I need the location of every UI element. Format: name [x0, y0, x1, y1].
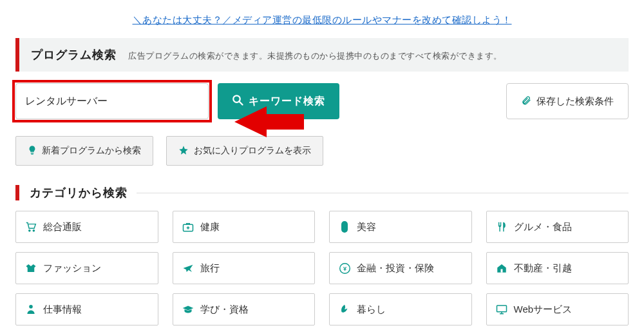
svg-point-11 — [29, 305, 33, 309]
category-grid: 総合通販 健康 美容 グルメ・食品 ファッション 旅行 ¥ 金融・投資・保険 — [15, 211, 629, 325]
svg-point-6 — [33, 230, 34, 231]
category-jobs[interactable]: 仕事情報 — [15, 293, 158, 325]
svg-rect-12 — [497, 306, 506, 312]
category-gourmet[interactable]: グルメ・食品 — [486, 211, 629, 243]
lipstick-icon — [339, 221, 350, 233]
category-label: 暮らし — [357, 304, 386, 316]
graduation-cap-icon — [182, 304, 194, 315]
category-fashion[interactable]: ファッション — [15, 252, 158, 284]
category-label: 健康 — [200, 221, 220, 233]
category-realestate[interactable]: 不動産・引越 — [486, 252, 629, 284]
category-label: 総合通販 — [43, 221, 82, 233]
favorites-label: お気に入りプログラムを表示 — [194, 145, 311, 157]
saved-search-button[interactable]: 保存した検索条件 — [506, 83, 629, 119]
search-icon — [232, 94, 243, 108]
svg-rect-10 — [500, 269, 502, 273]
keyword-search-button[interactable]: キーワード検索 — [218, 83, 339, 119]
favorites-button[interactable]: お気に入りプログラムを表示 — [166, 136, 323, 166]
category-beauty[interactable]: 美容 — [329, 211, 472, 243]
keyword-search-label: キーワード検索 — [249, 95, 325, 108]
lightbulb-icon — [28, 145, 37, 157]
secondary-buttons-row: 新着プログラムから検索 お気に入りプログラムを表示 — [15, 136, 629, 166]
utensils-icon — [496, 221, 507, 233]
category-label: 旅行 — [200, 262, 220, 275]
yen-icon: ¥ — [339, 262, 350, 274]
keyword-input[interactable] — [15, 83, 209, 119]
category-label: ファッション — [43, 262, 101, 275]
saved-search-label: 保存した検索条件 — [536, 95, 614, 108]
svg-rect-3 — [31, 153, 34, 153]
category-label: 金融・投資・保険 — [357, 262, 434, 275]
category-label: Webサービス — [514, 304, 573, 316]
svg-rect-4 — [31, 153, 33, 154]
category-travel[interactable]: 旅行 — [173, 252, 316, 284]
svg-point-5 — [29, 230, 30, 231]
program-search-header: プログラム検索 広告プログラムの検索ができます。未提携のものから提携中のものまで… — [15, 38, 629, 72]
search-input-wrap — [15, 83, 209, 119]
category-label: グルメ・食品 — [514, 221, 572, 233]
house-icon — [496, 262, 507, 274]
category-label: 美容 — [357, 221, 376, 233]
category-lifestyle[interactable]: 暮らし — [329, 293, 472, 325]
category-learning[interactable]: 学び・資格 — [173, 293, 316, 325]
medkit-icon — [182, 221, 194, 233]
notice-banner: ＼あなたは大丈夫？／メディア運営の最低限のルールやマナーを改めて確認しよう！ — [0, 0, 644, 38]
leaf-icon — [339, 304, 350, 315]
new-programs-button[interactable]: 新着プログラムから検索 — [15, 136, 153, 166]
category-general-shopping[interactable]: 総合通販 — [15, 211, 158, 243]
monitor-icon — [496, 304, 507, 315]
search-row: キーワード検索 保存した検索条件 — [15, 83, 629, 119]
cart-icon — [25, 221, 37, 233]
category-webservices[interactable]: Webサービス — [486, 293, 629, 325]
notice-link[interactable]: ＼あなたは大丈夫？／メディア運営の最低限のルールやマナーを改めて確認しよう！ — [133, 14, 512, 25]
svg-text:¥: ¥ — [343, 266, 346, 272]
program-search-title: プログラム検索 — [31, 47, 117, 63]
new-programs-label: 新着プログラムから検索 — [42, 145, 141, 157]
category-section-title: カテゴリから検索 — [15, 185, 137, 200]
category-label: 学び・資格 — [200, 304, 249, 316]
category-label: 不動産・引越 — [514, 262, 572, 275]
svg-line-1 — [239, 101, 242, 104]
paperclip-icon — [521, 95, 531, 108]
program-search-description: 広告プログラムの検索ができます。未提携のものから提携中のものまですべて検索ができ… — [128, 50, 502, 62]
category-health[interactable]: 健康 — [173, 211, 316, 243]
person-icon — [25, 304, 37, 315]
category-label: 仕事情報 — [43, 304, 82, 316]
star-icon — [178, 145, 189, 157]
category-finance[interactable]: ¥ 金融・投資・保険 — [329, 252, 472, 284]
category-section-header: カテゴリから検索 — [15, 185, 629, 200]
shirt-icon — [25, 262, 37, 274]
plane-icon — [182, 262, 194, 274]
